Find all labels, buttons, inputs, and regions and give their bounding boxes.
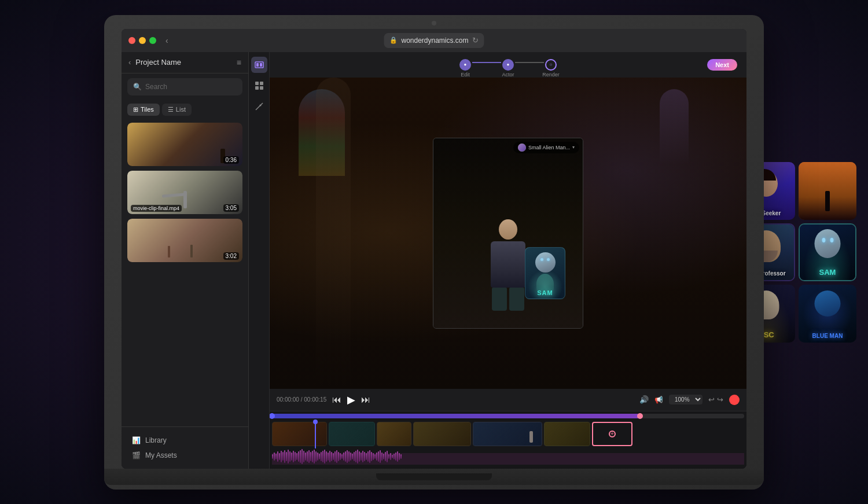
video-area: SAM Small Alien Man... ▾: [270, 78, 746, 389]
video-controls: 00:00:00 / 00:00:15 ⏮ ▶ ⏭ 🔊 📢 100% 75% 5…: [270, 389, 746, 411]
thumbnail-item-3[interactable]: 3:02: [127, 219, 242, 262]
laptop-camera: [432, 21, 436, 25]
sidebar-header: ‹ Project Name ≡: [122, 52, 248, 73]
close-button[interactable]: [128, 37, 135, 44]
grid-layout-icon[interactable]: [251, 78, 267, 94]
tiles-view-button[interactable]: ⊞ Tiles: [127, 104, 160, 116]
search-icon: 🔍: [133, 83, 142, 91]
back-nav-button[interactable]: ‹: [165, 36, 168, 45]
svg-point-9: [259, 104, 261, 106]
step-label-actor: Actor: [502, 72, 514, 78]
sam-character-overlay: SAM: [525, 247, 565, 299]
timeline-progress[interactable]: [272, 414, 744, 418]
thumbnail-grid: 0:36 movie-clip-final.mp4 3:05: [122, 119, 248, 266]
library-nav-item[interactable]: 📊 Library: [127, 433, 242, 448]
search-placeholder: Search: [145, 83, 167, 91]
clip-5[interactable]: [473, 422, 542, 446]
view-toggle: ⊞ Tiles ☰ List: [127, 104, 242, 116]
sidebar-search[interactable]: 🔍 Search: [127, 78, 242, 95]
undo-redo: ↩ ↪: [708, 395, 723, 404]
browser-nav: ‹: [165, 36, 168, 45]
laptop-screen: ‹ 🔒 wonderdynamics.com ↻ ‹ Project Name …: [122, 29, 746, 469]
main-content: 👤 ⚙ ● Edit: [270, 52, 746, 469]
sidebar-bottom: 📊 Library 🎬 My Assets: [122, 426, 248, 469]
filename-2: movie-clip-final.mp4: [131, 205, 182, 212]
assets-icon: 🎬: [132, 451, 141, 459]
playhead-marker: [313, 420, 318, 424]
actor-avatar: [518, 144, 526, 152]
actor-chevron-icon: ▾: [572, 145, 575, 150]
progress-end-thumb[interactable]: [637, 413, 643, 419]
char-card-sam[interactable]: SAM: [799, 223, 856, 281]
library-icon: 📊: [132, 436, 141, 444]
address-bar[interactable]: 🔒 wonderdynamics.com ↻: [384, 33, 484, 48]
redo-button[interactable]: ↪: [717, 395, 723, 404]
list-view-button[interactable]: ☰ List: [162, 104, 192, 116]
blueman-face: [815, 290, 841, 317]
record-button[interactable]: [729, 395, 740, 405]
video-frame-header[interactable]: Small Alien Man... ▾: [513, 142, 579, 153]
volume-icon[interactable]: 🔊: [639, 395, 649, 404]
browser-chrome: ‹ 🔒 wonderdynamics.com ↻: [122, 29, 746, 52]
clip-4[interactable]: [413, 422, 471, 446]
undo-button[interactable]: ↩: [708, 395, 715, 404]
step-circle-edit: ●: [459, 59, 471, 71]
video-frame: SAM Small Alien Man... ▾: [433, 138, 583, 329]
clip-3[interactable]: [377, 422, 411, 446]
assets-nav-item[interactable]: 🎬 My Assets: [127, 448, 242, 463]
clip-1[interactable]: [272, 422, 327, 446]
duration-2: 3:05: [223, 204, 239, 212]
step-circle-actor: ●: [502, 59, 514, 71]
actor-label: Small Alien Man...: [528, 145, 570, 150]
svg-rect-6: [260, 86, 263, 90]
quality-select[interactable]: 100% 75% 50%: [669, 395, 703, 404]
svg-rect-2: [260, 63, 262, 67]
clip-2[interactable]: [329, 422, 375, 446]
timeline-area: +: [270, 411, 746, 469]
sidebar-back-button[interactable]: ‹: [128, 58, 131, 67]
traffic-lights: [128, 37, 156, 44]
next-frame-button[interactable]: ⏭: [361, 395, 370, 405]
timeline-waveform: [272, 448, 744, 465]
next-button[interactable]: Next: [707, 59, 737, 71]
char-card-silhouette[interactable]: [799, 162, 856, 220]
timeline-track: +: [270, 420, 746, 448]
lock-icon: 🔒: [389, 36, 398, 44]
step-actor[interactable]: ● Actor: [502, 59, 514, 71]
svg-rect-3: [255, 82, 259, 85]
step-render[interactable]: ○ Render: [545, 59, 557, 71]
sidebar: ‹ Project Name ≡ 🔍 Search ⊞ Tiles: [122, 52, 249, 469]
clips-icon[interactable]: [251, 57, 267, 73]
clip-6[interactable]: [544, 422, 590, 446]
speaker-icon[interactable]: 📢: [654, 396, 663, 404]
magic-wand-icon[interactable]: [251, 98, 267, 115]
step-circle-render: ○: [545, 59, 557, 71]
duration-1: 0:36: [223, 156, 239, 164]
laptop-frame: ‹ 🔒 wonderdynamics.com ↻ ‹ Project Name …: [104, 15, 764, 490]
sam-card-face: [815, 229, 841, 258]
prev-frame-button[interactable]: ⏮: [332, 395, 341, 405]
grid-icon: ⊞: [133, 106, 138, 113]
svg-rect-1: [256, 63, 259, 67]
progress-start-thumb[interactable]: [270, 413, 275, 419]
sam-label: SAM: [537, 289, 553, 296]
refresh-button[interactable]: ↻: [472, 36, 479, 45]
maximize-button[interactable]: [149, 37, 156, 44]
step-connector-2: [515, 62, 544, 63]
laptop-notch: [376, 473, 492, 480]
url-text: wonderdynamics.com: [401, 36, 468, 45]
thumbnail-item-2[interactable]: movie-clip-final.mp4 3:05: [127, 171, 242, 214]
thumbnail-item-1[interactable]: 0:36: [127, 123, 242, 166]
minimize-button[interactable]: [139, 37, 146, 44]
laptop-bottom: [104, 469, 764, 485]
add-icon: +: [609, 431, 616, 437]
play-button[interactable]: ▶: [347, 393, 355, 406]
step-edit[interactable]: ● Edit: [459, 59, 471, 71]
sam-card-name: SAM: [819, 268, 836, 277]
time-display: 00:00:00 / 00:00:15: [277, 396, 326, 403]
char-card-blueman[interactable]: BLUE MAN: [799, 285, 856, 343]
add-clip-button[interactable]: +: [592, 422, 632, 446]
sidebar-menu-icon[interactable]: ≡: [237, 58, 241, 67]
step-label-render: Render: [542, 72, 560, 78]
duration-3: 3:02: [223, 252, 239, 260]
